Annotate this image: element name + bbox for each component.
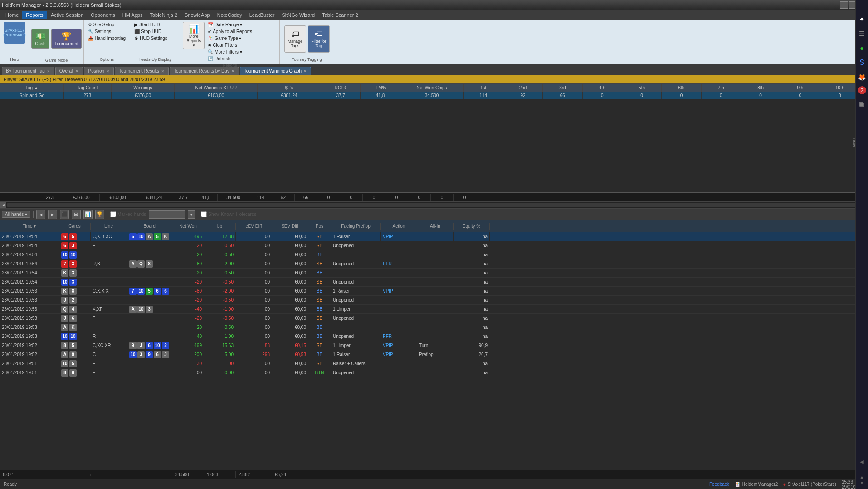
vol-up-icon[interactable]: ▲ [860,474,864,479]
col-action-header[interactable]: Action [381,223,417,230]
close-position-tab[interactable]: ✕ [106,69,110,73]
col-10th[interactable]: 10th [820,84,859,92]
tournament-button[interactable]: 🏆 Tournament [51,29,82,49]
skype-icon[interactable]: S [857,57,868,68]
feedback-link[interactable]: Feedback [709,482,729,487]
col-5th[interactable]: 5th [622,84,661,92]
hand-row-4[interactable]: 28/01/2019 19:54K3200,5000€0,00BBna [0,269,868,278]
close-by-tournament-tab[interactable]: ✕ [47,69,50,73]
hand-row-8[interactable]: 28/01/2019 19:53Q4X,XFA103-40-1,0000€0,0… [0,305,868,314]
col-equity-header[interactable]: Equity % [454,223,490,230]
col-1st[interactable]: 1st [463,84,503,92]
trophy-btn[interactable]: 🏆 [95,210,104,219]
col-9th[interactable]: 9th [780,84,820,92]
hand-row-10[interactable]: 28/01/2019 19:53AK200,5000€0,00BBna [0,323,868,332]
hand-row-3[interactable]: 28/01/2019 19:5473R,BAQ8802,0000€0,00SBU… [0,259,868,269]
minimize-button[interactable]: ─ [840,1,848,9]
start-hud-button[interactable]: ▶ Start HUD [133,22,177,28]
col-line-header[interactable]: Line [91,223,127,230]
marked-hands-input[interactable] [149,210,185,219]
hand-row-15[interactable]: 28/01/2019 19:5186F000,0000€0,00BTNUnope… [0,368,868,377]
menu-active-session[interactable]: Active Session [47,11,87,19]
col-6th[interactable]: 6th [662,84,701,92]
col-bb-header[interactable]: bb [204,223,236,230]
col-7th[interactable]: 7th [701,84,741,92]
menu-snowie[interactable]: SnowieApp [181,11,214,19]
close-winnings-graph-tab[interactable]: ✕ [303,69,307,73]
col-sev-header[interactable]: $EV Diff [272,223,308,230]
menu-notecaddy[interactable]: NoteCaddy [214,11,246,19]
h-scroll-track[interactable] [7,203,861,207]
col-board-header[interactable]: Board [127,223,172,230]
all-hands-dropdown[interactable]: All hands ▾ [2,211,30,218]
badge-2-icon[interactable]: 2 [858,86,866,94]
col-sev[interactable]: $EV [258,84,321,92]
next-hand-btn[interactable]: ► [48,210,57,219]
prev-hand-btn[interactable]: ◄ [36,210,45,219]
close-by-day-tab[interactable]: ✕ [231,69,235,73]
col-winnings[interactable]: Winnings [111,84,175,92]
scroll-left-btn[interactable]: ◄ [0,202,6,208]
col-tag-count[interactable]: Tag Count [63,84,111,92]
settings-button[interactable]: 🔧 Settings [87,29,127,34]
col-time-header[interactable]: Time ▾ [0,223,59,230]
tab-tournament-results-by-day[interactable]: Tournament Results by Day ✕ [170,67,239,75]
marked-hands-checkbox[interactable] [110,211,116,217]
vol-down-icon[interactable]: ▼ [860,480,864,485]
show-known-holecards-checkbox[interactable] [201,211,207,217]
menu-bars-icon[interactable]: ☰ [857,28,868,39]
grid-view-btn[interactable]: ⊞ [72,210,81,219]
tab-overall[interactable]: Overall ✕ [55,67,83,75]
marked-dropdown-arrow[interactable]: ▾ [188,210,195,219]
more-filters-button[interactable]: 🔍 More Filters ▾ [206,49,254,55]
hand-row-11[interactable]: 28/01/2019 19:531010R401,0000€0,00BBUnop… [0,332,868,341]
hand-row-9[interactable]: 28/01/2019 19:53J6F-20-0,5000€0,00SBUnop… [0,314,868,323]
col-facing-header[interactable]: Facing Preflop [331,223,381,230]
tab-by-tournament-tag[interactable]: By Tournament Tag ✕ [2,67,54,75]
col-win-eur[interactable]: Net Winnings € EUR [175,84,258,92]
menu-home[interactable]: Home [2,11,22,19]
col-cards-header[interactable]: Cards [59,223,91,230]
upper-table-row-0[interactable]: Spin and Go273€376,00€103,00€381,2437,74… [0,92,860,99]
menu-reports[interactable]: Reports [22,11,47,19]
hand-row-12[interactable]: 28/01/2019 19:5285C,XC,XR9J610246915,63-… [0,341,868,350]
col-roi[interactable]: ROI% [321,84,360,92]
refresh-button[interactable]: 🔄 Refresh [206,56,254,62]
apply-all-reports-button[interactable]: ✔ Apply to all Reports [206,29,254,34]
menu-opponents[interactable]: Opponents [87,11,119,19]
hand-importing-button[interactable]: 📥 Hand Importing [87,35,127,41]
date-range-button[interactable]: 📅 Date Range ▾ [206,22,254,28]
col-2nd[interactable]: 2nd [503,84,542,92]
hand-row-2[interactable]: 28/01/2019 19:541010200,5000€0,00BBna [0,250,868,259]
hand-row-1[interactable]: 28/01/2019 19:5463F-20-0,5000€0,00SBUnop… [0,241,868,250]
hand-row-14[interactable]: 28/01/2019 19:51105F-30-1,0000€0,00SBRai… [0,359,868,368]
close-tournament-results-tab[interactable]: ✕ [161,69,165,73]
menu-tablenignja[interactable]: TableNinja 2 [146,11,181,19]
hand-row-13[interactable]: 28/01/2019 19:52A9C10396J2005,00-293-€0,… [0,350,868,359]
more-reports-button[interactable]: 📊 More Reports ▾ [183,22,205,49]
hand-row-5[interactable]: 28/01/2019 19:54103F-20-0,5000€0,00SBUno… [0,278,868,287]
tab-tournament-winnings-graph[interactable]: Tournament Winnings Graph ✕ [240,67,311,75]
stop-hud-button[interactable]: ⬛ Stop HUD [133,29,177,34]
col-net-won-chips[interactable]: Net Won Chips [400,84,463,92]
site-setup-button[interactable]: ⚙ Site Setup [87,22,127,28]
cash-button[interactable]: 💵 Cash [31,29,49,49]
hand-row-6[interactable]: 28/01/2019 19:53K8C,X,X,X710566-80-2,000… [0,287,868,296]
col-itm[interactable]: ITM% [361,84,400,92]
calculator-icon[interactable]: ▦ [857,98,868,109]
clear-filters-button[interactable]: ✖ Clear Filters [206,42,254,48]
menu-tablescanner[interactable]: Table Scanner 2 [318,11,362,19]
hud-settings-button[interactable]: ⚙ HUD Settings [133,35,177,41]
col-cev-header[interactable]: cEV Diff [236,223,272,230]
firefox-icon[interactable]: 🦊 [857,72,868,83]
col-3rd[interactable]: 3rd [543,84,582,92]
col-4th[interactable]: 4th [582,84,622,92]
manage-tags-button[interactable]: 🏷 Manage Tags [284,25,306,53]
replay-btn[interactable]: ⬛ [60,210,69,219]
col-tag[interactable]: Tag ▲ [0,84,64,92]
hand-row-7[interactable]: 28/01/2019 19:53J2F-20-0,5000€0,00SBUnop… [0,296,868,305]
tab-tournament-results[interactable]: Tournament Results ✕ [115,67,169,75]
col-pos-header[interactable]: Pos [308,223,331,230]
spotify-icon[interactable]: ● [857,43,868,54]
menu-sitngowiz[interactable]: SitNGo Wizard [278,11,318,19]
